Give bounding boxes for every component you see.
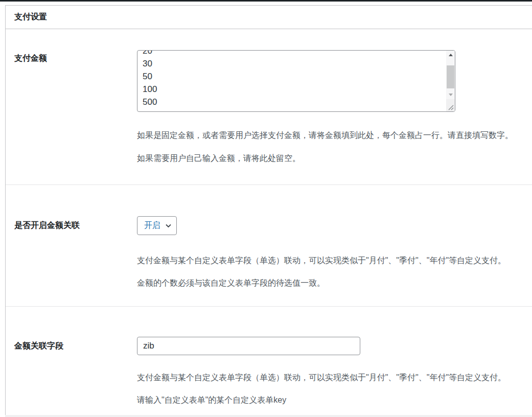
chevron-down-icon <box>166 224 171 228</box>
amount-line: 500 <box>143 96 444 108</box>
field-row-payment-amounts: 支付金额 20 30 50 100 500 <box>6 29 532 184</box>
amount-link-key-input[interactable] <box>137 337 360 355</box>
page: 支付设置 支付金额 20 30 50 100 500 <box>0 0 532 417</box>
amount-link-toggle-description-1: 支付金额与某个自定义表单字段（单选）联动，可以实现类似于"月付"、"季付"、"年… <box>137 256 532 266</box>
amount-link-toggle-label: 是否开启金额关联 <box>6 216 137 288</box>
payment-amounts-textarea[interactable]: 20 30 50 100 500 <box>137 50 455 112</box>
resize-grip-icon <box>448 104 454 110</box>
scrollbar-up-button[interactable] <box>446 51 455 59</box>
admin-bar-remnant <box>0 0 532 2</box>
amount-link-key-field: 支付金额与某个自定义表单字段（单选）联动，可以实现类似于"月付"、"季付"、"年… <box>137 337 532 405</box>
triangle-up-icon <box>449 54 453 56</box>
amount-link-key-description-2: 请输入"自定义表单"的某个自定义表单key <box>137 395 532 405</box>
amount-line: 50 <box>143 70 444 83</box>
amount-link-toggle-description-2: 金额的个数必须与该自定义表单字段的待选值一致。 <box>137 278 532 288</box>
payment-amounts-label: 支付金额 <box>6 50 137 164</box>
amount-link-key-label: 金额关联字段 <box>6 337 137 405</box>
textarea-content: 20 30 50 100 500 <box>137 50 444 108</box>
amount-link-toggle-select[interactable]: 开启 <box>137 216 177 235</box>
payment-amounts-description-2: 如果需要用户自己输入金额，请将此处留空。 <box>137 153 532 164</box>
triangle-down-icon <box>449 94 453 96</box>
panel-header: 支付设置 <box>6 6 532 29</box>
panel-title: 支付设置 <box>14 12 47 22</box>
field-row-amount-link-toggle: 是否开启金额关联 开启 支付金额与某个自定义表单字段（单选）联动，可以实现类似于… <box>6 185 532 306</box>
page-bottom-strip <box>5 415 532 417</box>
textarea-resize-handle[interactable] <box>446 99 455 111</box>
textarea-scrollbar[interactable] <box>446 51 455 99</box>
scrollbar-thumb[interactable] <box>447 65 454 88</box>
amount-line: 30 <box>143 57 444 70</box>
payment-settings-panel: 支付设置 支付金额 20 30 50 100 500 <box>5 5 532 415</box>
field-row-amount-link-key: 金额关联字段 支付金额与某个自定义表单字段（单选）联动，可以实现类似于"月付"、… <box>6 307 532 405</box>
scrollbar-down-button[interactable] <box>446 91 455 99</box>
amount-line: 20 <box>143 50 444 57</box>
amount-link-key-description-1: 支付金额与某个自定义表单字段（单选）联动，可以实现类似于"月付"、"季付"、"年… <box>137 373 532 383</box>
amount-line: 100 <box>143 83 444 96</box>
amount-link-toggle-field: 开启 支付金额与某个自定义表单字段（单选）联动，可以实现类似于"月付"、"季付"… <box>137 216 532 288</box>
payment-amounts-description-1: 如果是固定金额，或者需要用户选择支付金额，请将金额填到此处，每个金额占一行。请直… <box>137 130 532 141</box>
select-value: 开启 <box>144 220 160 231</box>
payment-amounts-field: 20 30 50 100 500 <box>137 50 532 164</box>
